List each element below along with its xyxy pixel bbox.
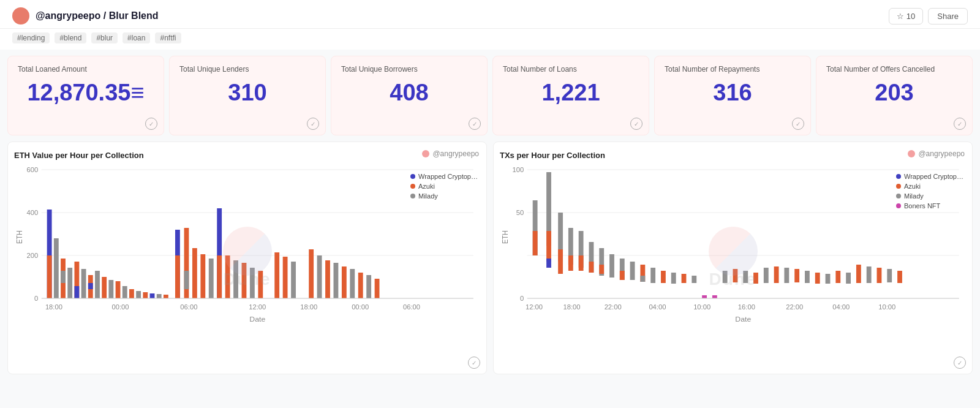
svg-rect-77 (546, 231, 551, 262)
svg-rect-10 (47, 255, 52, 298)
metric-check-4: ✓ (792, 118, 804, 130)
chart-title-0: ETH Value per Hour per Collection (14, 151, 480, 160)
svg-rect-108 (784, 268, 789, 283)
tag-lending[interactable]: #lending (12, 32, 50, 43)
svg-rect-111 (815, 273, 820, 284)
svg-text:200: 200 (27, 252, 39, 259)
svg-rect-109 (794, 269, 799, 282)
svg-rect-118 (887, 269, 892, 282)
svg-rect-17 (81, 269, 86, 298)
metric-check-0: ✓ (145, 118, 157, 130)
charts-row: ETH Value per Hour per Collection @angry… (0, 142, 980, 380)
svg-rect-99 (692, 276, 696, 283)
svg-rect-45 (274, 252, 279, 298)
chart-card-0: ETH Value per Hour per Collection @angry… (7, 142, 487, 374)
svg-rect-20 (95, 271, 100, 298)
svg-rect-30 (164, 295, 168, 298)
svg-rect-100 (702, 295, 707, 298)
legend-item-1-2: Milady (896, 192, 963, 200)
legend-0: Wrapped Cryptop… Azuki Milady (410, 173, 478, 200)
svg-text:06:00: 06:00 (180, 304, 197, 311)
svg-text:00:00: 00:00 (352, 304, 369, 311)
legend-label-1-1: Azuki (904, 183, 921, 190)
svg-rect-115 (856, 265, 861, 283)
svg-rect-106 (764, 268, 769, 283)
tag-loan[interactable]: #loan (123, 32, 150, 43)
tag-blur[interactable]: #blur (91, 32, 118, 43)
chart-author-1: @angrypeepo (908, 149, 965, 158)
legend-item-1-1: Azuki (896, 183, 963, 190)
svg-text:600: 600 (27, 167, 39, 173)
star-button[interactable]: ☆ 10 (889, 8, 923, 25)
svg-text:10:00: 10:00 (693, 304, 710, 311)
svg-rect-95 (650, 268, 655, 283)
svg-rect-16 (74, 286, 79, 298)
legend-label-0-2: Milady (418, 192, 438, 200)
svg-rect-37 (209, 259, 214, 298)
metric-card-3: Total Number of Loans 1,221 ✓ (492, 56, 649, 135)
chart-card-1: TXs per Hour per Collection @angrypeepo … (493, 142, 973, 374)
metric-check-1: ✓ (307, 118, 319, 130)
svg-rect-36 (200, 254, 205, 298)
legend-label-1-3: Boners NFT (904, 202, 940, 210)
metric-label-3: Total Number of Loans (503, 65, 639, 74)
chart-check-0: ✓ (468, 357, 480, 369)
svg-text:0: 0 (520, 295, 524, 302)
avatar (12, 7, 29, 25)
author-name-0: @angrypeepo (432, 149, 479, 158)
svg-text:10:00: 10:00 (878, 304, 895, 311)
svg-text:ETH: ETH (15, 230, 24, 244)
star-count: 10 (907, 12, 915, 21)
metric-card-0: Total Loaned Amount 12,870.35≡ ✓ (7, 56, 164, 135)
svg-rect-92 (630, 262, 635, 280)
svg-rect-55 (366, 275, 371, 298)
svg-rect-101 (712, 295, 717, 298)
svg-rect-80 (558, 249, 563, 274)
svg-rect-25 (129, 289, 134, 298)
metric-label-2: Total Unique Borrowers (341, 65, 477, 74)
svg-rect-41 (233, 260, 238, 298)
chart-author-0: @angrypeepo (422, 149, 479, 158)
svg-text:ETH: ETH (501, 230, 510, 244)
svg-rect-48 (309, 249, 314, 298)
metric-card-5: Total Number of Offers Cancelled 203 ✓ (816, 56, 973, 135)
tag-nftfi[interactable]: #nftfi (155, 32, 181, 43)
legend-dot-1-2 (896, 194, 901, 198)
svg-text:06:00: 06:00 (403, 304, 420, 311)
svg-rect-105 (753, 273, 758, 284)
svg-rect-50 (325, 260, 330, 298)
share-button[interactable]: Share (928, 8, 968, 25)
tag-blend[interactable]: #blend (55, 32, 86, 43)
svg-text:Date: Date (249, 315, 265, 323)
svg-rect-21 (102, 277, 107, 298)
legend-dot-0-0 (410, 174, 415, 179)
metric-card-4: Total Number of Repayments 316 ✓ (654, 56, 811, 135)
svg-rect-23 (116, 281, 121, 298)
metric-card-1: Total Unique Lenders 310 ✓ (169, 56, 326, 135)
svg-rect-47 (291, 262, 296, 298)
metric-card-2: Total Unique Borrowers 408 ✓ (331, 56, 488, 135)
metric-check-5: ✓ (954, 118, 966, 130)
svg-rect-40 (225, 255, 230, 298)
svg-rect-51 (334, 263, 339, 298)
svg-rect-114 (846, 273, 851, 284)
metric-value-4: 316 (665, 80, 801, 106)
svg-text:18:00: 18:00 (564, 304, 581, 311)
svg-rect-112 (826, 274, 831, 284)
svg-rect-43 (250, 268, 255, 298)
svg-rect-117 (877, 268, 882, 283)
svg-rect-86 (589, 262, 594, 273)
legend-item-1-3: Boners NFT (896, 202, 963, 210)
svg-rect-84 (579, 255, 584, 271)
svg-text:12:00: 12:00 (249, 304, 266, 311)
svg-rect-82 (568, 255, 573, 271)
svg-rect-34 (184, 271, 189, 289)
metric-value-1: 310 (179, 80, 315, 106)
metric-value-3: 1,221 (503, 80, 639, 106)
svg-text:00:00: 00:00 (111, 304, 129, 311)
svg-rect-42 (242, 263, 247, 298)
svg-rect-39 (217, 255, 222, 298)
legend-1: Wrapped Cryptop… Azuki Milady Boners NFT (896, 173, 963, 210)
svg-rect-110 (805, 271, 810, 283)
svg-rect-13 (61, 271, 66, 283)
